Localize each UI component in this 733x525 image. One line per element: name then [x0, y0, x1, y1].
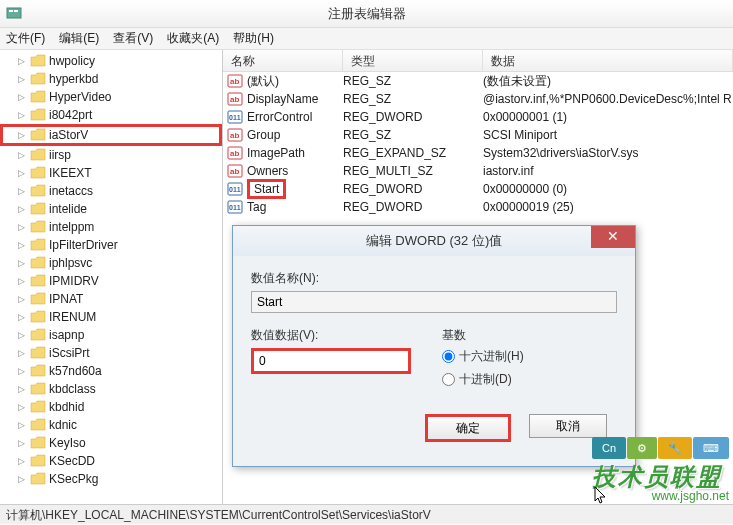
- tree-item-iastorv[interactable]: ▷iaStorV: [0, 124, 222, 146]
- svg-text:ab: ab: [230, 167, 239, 176]
- tree-item-ikeext[interactable]: ▷IKEEXT: [0, 164, 222, 182]
- expand-icon[interactable]: ▷: [18, 294, 28, 304]
- cancel-button[interactable]: 取消: [529, 414, 607, 438]
- tree-item-hypervideo[interactable]: ▷HyperVideo: [0, 88, 222, 106]
- ok-button[interactable]: 确定: [425, 414, 511, 442]
- expand-icon[interactable]: ▷: [18, 150, 28, 160]
- list-row[interactable]: ab(默认)REG_SZ(数值未设置): [223, 72, 733, 90]
- value-type: REG_MULTI_SZ: [343, 164, 483, 178]
- value-data: (数值未设置): [483, 73, 733, 90]
- tree-item-ipmidrv[interactable]: ▷IPMIDRV: [0, 272, 222, 290]
- menu-edit[interactable]: 编辑(E): [59, 30, 99, 47]
- value-data-field[interactable]: [251, 348, 411, 374]
- folder-icon: [30, 166, 46, 180]
- tree-item-hyperkbd[interactable]: ▷hyperkbd: [0, 70, 222, 88]
- menubar: 文件(F) 编辑(E) 查看(V) 收藏夹(A) 帮助(H): [0, 28, 733, 50]
- close-icon[interactable]: ✕: [591, 226, 635, 248]
- menu-file[interactable]: 文件(F): [6, 30, 45, 47]
- tree-item-kdnic[interactable]: ▷kdnic: [0, 416, 222, 434]
- list-row[interactable]: abImagePathREG_EXPAND_SZSystem32\drivers…: [223, 144, 733, 162]
- tree-item-label: iirsp: [49, 148, 71, 162]
- expand-icon[interactable]: ▷: [18, 366, 28, 376]
- expand-icon[interactable]: ▷: [18, 402, 28, 412]
- value-name: Start: [247, 179, 343, 199]
- svg-text:ab: ab: [230, 149, 239, 158]
- folder-icon: [30, 184, 46, 198]
- tree-item-label: kbdclass: [49, 382, 96, 396]
- tree-item-hwpolicy[interactable]: ▷hwpolicy: [0, 52, 222, 70]
- hex-radio[interactable]: [442, 350, 455, 363]
- tree-item-ksecpkg[interactable]: ▷KSecPkg: [0, 470, 222, 488]
- string-value-icon: ab: [227, 127, 243, 143]
- expand-icon[interactable]: ▷: [18, 222, 28, 232]
- list-row[interactable]: 011ErrorControlREG_DWORD0x00000001 (1): [223, 108, 733, 126]
- tree-item-ipfilterdriver[interactable]: ▷IpFilterDriver: [0, 236, 222, 254]
- list-row[interactable]: 011TagREG_DWORD0x00000019 (25): [223, 198, 733, 216]
- tree-item-iirsp[interactable]: ▷iirsp: [0, 146, 222, 164]
- tree-item-ksecdd[interactable]: ▷KSecDD: [0, 452, 222, 470]
- value-type: REG_SZ: [343, 74, 483, 88]
- expand-icon[interactable]: ▷: [18, 276, 28, 286]
- expand-icon[interactable]: ▷: [18, 110, 28, 120]
- col-data-header[interactable]: 数据: [483, 50, 733, 71]
- folder-icon: [30, 54, 46, 68]
- tree-item-iphlpsvc[interactable]: ▷iphlpsvc: [0, 254, 222, 272]
- expand-icon[interactable]: ▷: [18, 312, 28, 322]
- tree-item-ipnat[interactable]: ▷IPNAT: [0, 290, 222, 308]
- list-row[interactable]: abDisplayNameREG_SZ@iastorv.inf,%*PNP060…: [223, 90, 733, 108]
- folder-icon: [30, 90, 46, 104]
- value-data-label: 数值数据(V):: [251, 327, 426, 344]
- folder-icon: [30, 72, 46, 86]
- tree-item-label: k57nd60a: [49, 364, 102, 378]
- expand-icon[interactable]: ▷: [18, 130, 28, 140]
- tree-item-kbdhid[interactable]: ▷kbdhid: [0, 398, 222, 416]
- dialog-buttons: 确定 取消: [251, 414, 617, 442]
- expand-icon[interactable]: ▷: [18, 384, 28, 394]
- expand-icon[interactable]: ▷: [18, 420, 28, 430]
- tree-item-label: i8042prt: [49, 108, 92, 122]
- expand-icon[interactable]: ▷: [18, 92, 28, 102]
- value-name-field: [251, 291, 617, 313]
- expand-icon[interactable]: ▷: [18, 168, 28, 178]
- tree-item-k57nd60a[interactable]: ▷k57nd60a: [0, 362, 222, 380]
- expand-icon[interactable]: ▷: [18, 348, 28, 358]
- list-row[interactable]: abOwnersREG_MULTI_SZiastorv.inf: [223, 162, 733, 180]
- dec-radio[interactable]: [442, 373, 455, 386]
- edit-dword-dialog: 编辑 DWORD (32 位)值 ✕ 数值名称(N): 数值数据(V): 基数 …: [232, 225, 636, 467]
- expand-icon[interactable]: ▷: [18, 330, 28, 340]
- tree-item-keyiso[interactable]: ▷KeyIso: [0, 434, 222, 452]
- expand-icon[interactable]: ▷: [18, 474, 28, 484]
- menu-view[interactable]: 查看(V): [113, 30, 153, 47]
- tree-item-inetaccs[interactable]: ▷inetaccs: [0, 182, 222, 200]
- expand-icon[interactable]: ▷: [18, 56, 28, 66]
- expand-icon[interactable]: ▷: [18, 204, 28, 214]
- tree-item-label: HyperVideo: [49, 90, 111, 104]
- svg-rect-1: [9, 10, 13, 12]
- tree-item-kbdclass[interactable]: ▷kbdclass: [0, 380, 222, 398]
- expand-icon[interactable]: ▷: [18, 456, 28, 466]
- tree-item-label: isapnp: [49, 328, 84, 342]
- expand-icon[interactable]: ▷: [18, 74, 28, 84]
- expand-icon[interactable]: ▷: [18, 186, 28, 196]
- folder-icon: [30, 328, 46, 342]
- tree-item-intelide[interactable]: ▷intelide: [0, 200, 222, 218]
- tree-item-irenum[interactable]: ▷IRENUM: [0, 308, 222, 326]
- list-row[interactable]: 011StartREG_DWORD0x00000000 (0): [223, 180, 733, 198]
- svg-text:011: 011: [229, 204, 241, 211]
- tree-item-iscsiprt[interactable]: ▷iScsiPrt: [0, 344, 222, 362]
- tree-panel[interactable]: ▷hwpolicy▷hyperkbd▷HyperVideo▷i8042prt▷i…: [0, 50, 223, 504]
- value-data: SCSI Miniport: [483, 128, 733, 142]
- tree-item-intelppm[interactable]: ▷intelppm: [0, 218, 222, 236]
- menu-help[interactable]: 帮助(H): [233, 30, 274, 47]
- menu-favorites[interactable]: 收藏夹(A): [167, 30, 219, 47]
- col-type-header[interactable]: 类型: [343, 50, 483, 71]
- expand-icon[interactable]: ▷: [18, 438, 28, 448]
- tree-item-i8042prt[interactable]: ▷i8042prt: [0, 106, 222, 124]
- col-name-header[interactable]: 名称: [223, 50, 343, 71]
- value-name-label: 数值名称(N):: [251, 270, 617, 287]
- tree-item-label: intelppm: [49, 220, 94, 234]
- tree-item-isapnp[interactable]: ▷isapnp: [0, 326, 222, 344]
- expand-icon[interactable]: ▷: [18, 258, 28, 268]
- list-row[interactable]: abGroupREG_SZSCSI Miniport: [223, 126, 733, 144]
- expand-icon[interactable]: ▷: [18, 240, 28, 250]
